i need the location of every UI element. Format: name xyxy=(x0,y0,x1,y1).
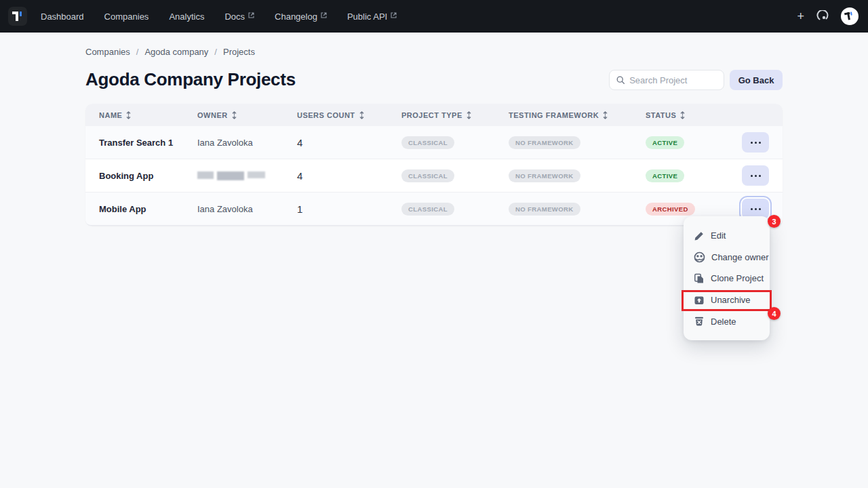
status-badge: ACTIVE xyxy=(646,169,684,182)
testing-framework-badge: NO FRAMEWORK xyxy=(509,136,580,149)
testing-framework-badge: NO FRAMEWORK xyxy=(509,203,580,216)
project-owner: Iana Zavoloka xyxy=(197,138,297,148)
column-header-users-count[interactable]: USERS COUNT xyxy=(297,111,401,119)
menu-item-label: Clone Project xyxy=(711,273,764,283)
breadcrumb-separator: / xyxy=(136,47,139,57)
nav-item-public-api[interactable]: Public API xyxy=(347,12,397,22)
user-avatar[interactable] xyxy=(840,6,860,26)
sort-icon xyxy=(359,111,365,119)
project-name[interactable]: Transfer Search 1 xyxy=(99,138,197,148)
nav-label: Dashboard xyxy=(41,12,84,22)
column-header-name[interactable]: NAME xyxy=(99,111,197,119)
nav-label: Public API xyxy=(347,12,387,22)
annotation-step-badge-3: 3 xyxy=(768,215,781,228)
status-badge: ACTIVE xyxy=(646,136,684,149)
nav-item-dashboard[interactable]: Dashboard xyxy=(41,12,84,22)
table-row: Transfer Search 1 Iana Zavoloka 4 CLASSI… xyxy=(85,126,783,159)
nav-item-analytics[interactable]: Analytics xyxy=(169,12,204,22)
annotation-highlight-unarchive xyxy=(682,290,772,311)
search-project-box xyxy=(609,70,724,90)
pencil-icon xyxy=(694,230,705,241)
main-nav: Dashboard Companies Analytics Docs Chang… xyxy=(41,12,397,22)
column-header-status[interactable]: STATUS xyxy=(646,111,742,119)
app-logo[interactable] xyxy=(8,7,27,26)
menu-item-label: Delete xyxy=(711,317,736,327)
external-link-icon xyxy=(248,12,254,18)
table-header-row: NAME OWNER USERS COUNT PROJECT TYPE TEST… xyxy=(85,104,783,126)
page-title: Agoda Company Projects xyxy=(85,69,296,90)
project-type-badge: CLASSICAL xyxy=(401,169,454,182)
sort-icon xyxy=(125,111,132,119)
users-circle-icon xyxy=(694,251,705,263)
copy-icon xyxy=(694,273,705,284)
external-link-icon xyxy=(321,12,327,18)
logo-accent xyxy=(20,12,22,16)
menu-item-label: Change owner xyxy=(711,252,769,262)
nav-item-docs[interactable]: Docs xyxy=(224,12,254,22)
nav-label: Analytics xyxy=(169,12,204,22)
testing-framework-badge: NO FRAMEWORK xyxy=(509,169,580,182)
breadcrumb-companies[interactable]: Companies xyxy=(85,47,130,57)
breadcrumb-projects[interactable]: Projects xyxy=(223,47,255,57)
menu-item-label: Edit xyxy=(711,230,726,241)
sort-icon xyxy=(466,111,472,119)
status-badge: ARCHIVED xyxy=(646,203,695,216)
breadcrumb: Companies / Agoda company / Projects xyxy=(85,47,255,57)
table-row: Mobile App Iana Zavoloka 1 CLASSICAL NO … xyxy=(85,192,783,226)
sort-icon xyxy=(231,111,237,119)
topbar-actions: + xyxy=(795,0,860,33)
nav-label: Companies xyxy=(104,12,149,22)
table-row: Booking App 4 CLASSICAL NO FRAMEWORK ACT… xyxy=(85,159,783,192)
menu-item-edit[interactable]: Edit xyxy=(684,225,770,247)
projects-table: NAME OWNER USERS COUNT PROJECT TYPE TEST… xyxy=(85,104,783,226)
sort-icon xyxy=(679,111,686,119)
nav-label: Docs xyxy=(224,12,245,22)
row-actions-button[interactable] xyxy=(742,165,769,186)
project-name[interactable]: Booking App xyxy=(99,171,197,181)
nav-item-changelog[interactable]: Changelog xyxy=(275,12,327,22)
row-actions-button[interactable] xyxy=(742,132,769,152)
sort-icon xyxy=(602,111,608,119)
project-type-badge: CLASSICAL xyxy=(401,136,454,149)
redacted-text-blocks xyxy=(197,171,265,180)
project-owner: Iana Zavoloka xyxy=(197,204,297,214)
feed-icon[interactable] xyxy=(816,10,829,23)
annotation-step-badge-4: 4 xyxy=(768,307,781,320)
search-icon xyxy=(616,75,625,85)
users-count: 4 xyxy=(297,137,401,148)
users-count: 4 xyxy=(297,170,401,182)
users-count: 1 xyxy=(297,203,401,215)
breadcrumb-agoda-company[interactable]: Agoda company xyxy=(144,47,208,57)
logo-shape xyxy=(16,12,18,21)
trash-icon xyxy=(694,316,705,327)
menu-item-clone-project[interactable]: Clone Project xyxy=(684,268,770,289)
external-link-icon xyxy=(391,12,397,18)
nav-label: Changelog xyxy=(275,12,317,22)
project-owner-redacted xyxy=(197,171,297,181)
row-actions-menu: Edit Change owner Clone Project Unarchiv… xyxy=(684,216,770,340)
top-navigation-bar: Dashboard Companies Analytics Docs Chang… xyxy=(0,0,868,33)
column-header-owner[interactable]: OWNER xyxy=(197,111,297,119)
column-header-testing-framework[interactable]: TESTING FRAMEWORK xyxy=(509,111,646,119)
menu-item-delete[interactable]: Delete xyxy=(684,310,770,332)
breadcrumb-separator: / xyxy=(214,47,217,57)
column-header-project-type[interactable]: PROJECT TYPE xyxy=(401,111,509,119)
project-type-badge: CLASSICAL xyxy=(401,203,454,216)
search-project-input[interactable] xyxy=(629,75,717,85)
add-icon[interactable]: + xyxy=(795,10,806,22)
nav-item-companies[interactable]: Companies xyxy=(104,12,149,22)
project-name[interactable]: Mobile App xyxy=(99,204,197,214)
go-back-button[interactable]: Go Back xyxy=(730,70,783,90)
menu-item-change-owner[interactable]: Change owner xyxy=(684,247,770,268)
avatar-logo xyxy=(844,11,855,22)
